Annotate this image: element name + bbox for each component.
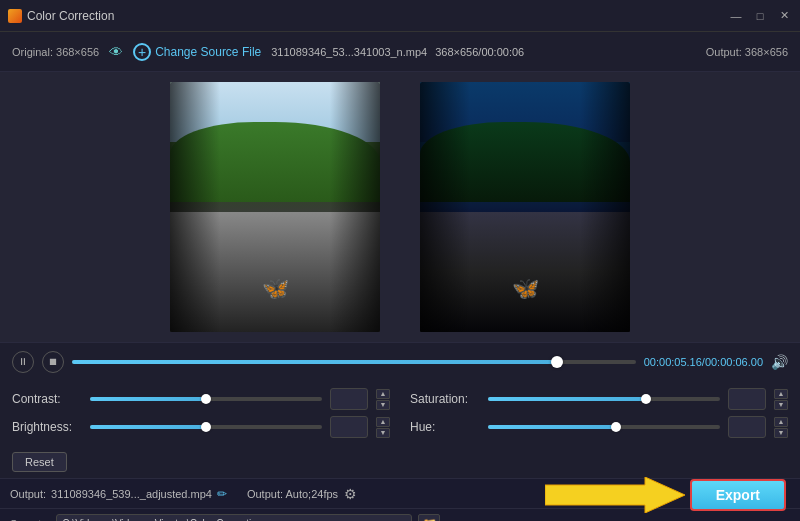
contrast-down[interactable]: ▼ xyxy=(376,400,390,410)
contrast-row: Contrast: 0 ▲ ▼ xyxy=(12,388,390,410)
hue-up[interactable]: ▲ xyxy=(774,417,788,427)
app-icon xyxy=(8,9,22,23)
file-info: 311089346_53...341003_n.mp4 368×656/00:0… xyxy=(271,46,696,58)
saturation-thumb[interactable] xyxy=(641,394,651,404)
saturation-fill xyxy=(488,397,646,401)
hue-down[interactable]: ▼ xyxy=(774,428,788,438)
output-label: Output: xyxy=(10,488,46,500)
hue-slider[interactable] xyxy=(488,425,720,429)
close-btn[interactable]: ✕ xyxy=(776,8,792,24)
output-format: Output: Auto;24fps xyxy=(247,488,338,500)
contrast-thumb[interactable] xyxy=(201,394,211,404)
reset-button[interactable]: Reset xyxy=(12,452,67,472)
maximize-btn[interactable]: □ xyxy=(752,8,768,24)
save-label: Save to: xyxy=(10,518,50,522)
saturation-row: Saturation: 40 ▲ ▼ xyxy=(410,388,788,410)
change-source-label: Change Source File xyxy=(155,45,261,59)
dark-overlay-left-r xyxy=(330,82,380,332)
saturation-slider[interactable] xyxy=(488,397,720,401)
video-panels: 🦋 🦋 xyxy=(0,72,800,342)
dark-overlay-left xyxy=(170,82,220,332)
stop-button[interactable]: ⏹ xyxy=(42,351,64,373)
contrast-label: Contrast: xyxy=(12,392,82,406)
saturation-up[interactable]: ▲ xyxy=(774,389,788,399)
output-filename: 311089346_539..._adjusted.mp4 xyxy=(51,488,212,500)
contrast-up[interactable]: ▲ xyxy=(376,389,390,399)
gear-icon[interactable]: ⚙ xyxy=(344,486,357,502)
volume-icon[interactable]: 🔊 xyxy=(771,354,788,370)
controls-area: Contrast: 0 ▲ ▼ Saturation: 40 ▲ ▼ Brigh… xyxy=(0,380,800,446)
window-title: Color Correction xyxy=(27,9,728,23)
eye-icon[interactable]: 👁 xyxy=(109,44,123,60)
brightness-row: Brightness: 0 ▲ ▼ xyxy=(12,416,390,438)
butterfly-right: 🦋 xyxy=(512,276,539,302)
progress-fill xyxy=(72,360,557,364)
contrast-spinners: ▲ ▼ xyxy=(376,389,390,410)
file-dimension: 368×656/00:00:06 xyxy=(435,46,524,58)
brightness-down[interactable]: ▼ xyxy=(376,428,390,438)
play-pause-button[interactable]: ⏸ xyxy=(12,351,34,373)
minimize-btn[interactable]: — xyxy=(728,8,744,24)
timeline-bar: ⏸ ⏹ 00:00:05.16/00:00:06.00 🔊 xyxy=(0,342,800,380)
save-path-input[interactable] xyxy=(56,514,412,522)
hue-row: Hue: 27 ▲ ▼ xyxy=(410,416,788,438)
window-controls: — □ ✕ xyxy=(728,8,792,24)
change-source-button[interactable]: + Change Source File xyxy=(133,43,261,61)
brightness-up[interactable]: ▲ xyxy=(376,417,390,427)
saturation-label: Saturation: xyxy=(410,392,480,406)
brightness-slider[interactable] xyxy=(90,425,322,429)
export-button[interactable]: Export xyxy=(690,479,786,511)
progress-track[interactable] xyxy=(72,360,636,364)
folder-button[interactable]: 📁 xyxy=(418,514,440,522)
title-bar: Color Correction — □ ✕ xyxy=(0,0,800,32)
dark-overlay-right-l xyxy=(420,82,470,332)
hue-label: Hue: xyxy=(410,420,480,434)
contrast-value[interactable]: 0 xyxy=(330,388,368,410)
edit-icon[interactable]: ✏ xyxy=(217,487,227,501)
saturation-spinners: ▲ ▼ xyxy=(774,389,788,410)
brightness-value[interactable]: 0 xyxy=(330,416,368,438)
saturation-down[interactable]: ▼ xyxy=(774,400,788,410)
preview-area: 🦋 🦋 xyxy=(0,72,800,342)
progress-thumb[interactable] xyxy=(551,356,563,368)
brightness-spinners: ▲ ▼ xyxy=(376,417,390,438)
brightness-fill xyxy=(90,425,206,429)
file-name: 311089346_53...341003_n.mp4 xyxy=(271,46,427,58)
original-video-panel: 🦋 xyxy=(170,82,380,332)
contrast-slider[interactable] xyxy=(90,397,322,401)
hue-thumb[interactable] xyxy=(611,422,621,432)
save-bar: Save to: 📁 xyxy=(0,508,800,521)
output-video-panel: 🦋 xyxy=(420,82,630,332)
saturation-value[interactable]: 40 xyxy=(728,388,766,410)
hue-spinners: ▲ ▼ xyxy=(774,417,788,438)
hue-value[interactable]: 27 xyxy=(728,416,766,438)
output-info: Output: 311089346_539..._adjusted.mp4 ✏ xyxy=(10,487,227,501)
time-display: 00:00:05.16/00:00:06.00 xyxy=(644,356,763,368)
contrast-fill xyxy=(90,397,206,401)
brightness-label: Brightness: xyxy=(12,420,82,434)
hue-fill xyxy=(488,425,616,429)
dark-overlay-right-r xyxy=(580,82,630,332)
brightness-thumb[interactable] xyxy=(201,422,211,432)
butterfly-left: 🦋 xyxy=(262,276,289,302)
plus-circle-icon: + xyxy=(133,43,151,61)
output-bar: Output: 311089346_539..._adjusted.mp4 ✏ … xyxy=(0,478,800,508)
toolbar: Original: 368×656 👁 + Change Source File… xyxy=(0,32,800,72)
output-label: Output: 368×656 xyxy=(706,46,788,58)
original-label: Original: 368×656 xyxy=(12,46,99,58)
